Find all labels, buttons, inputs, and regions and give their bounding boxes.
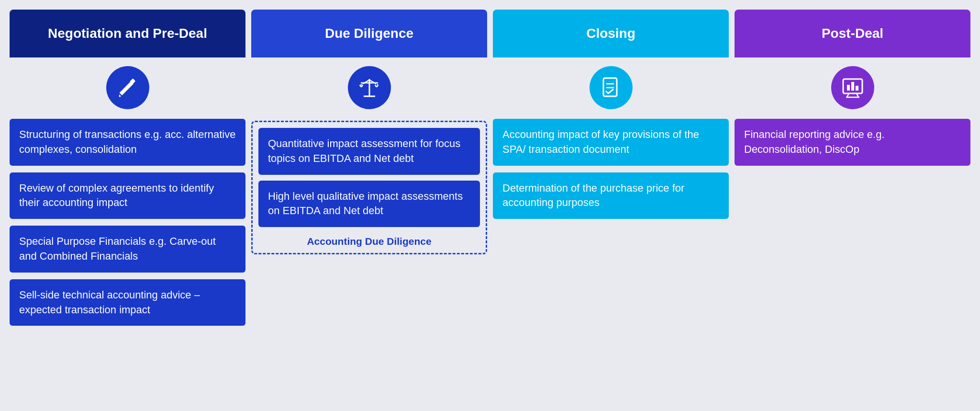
main-layout: Negotiation and Pre-Deal Structuring of … bbox=[0, 0, 980, 411]
column-negotiation: Negotiation and Pre-Deal Structuring of … bbox=[10, 10, 245, 401]
diligence-cards-area: Quantitative impact assessment for focus… bbox=[251, 114, 487, 259]
svg-rect-14 bbox=[851, 82, 854, 91]
negotiation-card-3: Sell-side technical accounting advice – … bbox=[10, 279, 245, 326]
diligence-header: Due Diligence bbox=[251, 10, 487, 57]
svg-point-7 bbox=[360, 84, 362, 86]
negotiation-icon-circle bbox=[106, 66, 149, 109]
postdeal-header: Post-Deal bbox=[735, 10, 970, 57]
postdeal-cards-area: Financial reporting advice e.g. Deconsol… bbox=[735, 114, 970, 171]
column-diligence: Due Diligence Quantitative impact assess… bbox=[251, 10, 487, 401]
closing-card-0: Accounting impact of key provisions of t… bbox=[493, 119, 729, 166]
postdeal-card-0: Financial reporting advice e.g. Deconsol… bbox=[735, 119, 970, 166]
postdeal-icon-circle bbox=[831, 66, 874, 109]
closing-header: Closing bbox=[493, 10, 729, 57]
svg-point-8 bbox=[377, 84, 378, 86]
negotiation-header: Negotiation and Pre-Deal bbox=[10, 10, 245, 57]
negotiation-card-2: Special Purpose Financials e.g. Carve-ou… bbox=[10, 226, 245, 273]
diligence-icon-row bbox=[251, 57, 487, 114]
postdeal-icon-row bbox=[735, 57, 970, 114]
closing-icon-circle bbox=[590, 66, 633, 109]
negotiation-icon-row bbox=[10, 57, 245, 114]
column-postdeal: Post-Deal Financial reporting advice e.g… bbox=[735, 10, 970, 401]
closing-icon-row bbox=[493, 57, 729, 114]
svg-line-1 bbox=[120, 80, 134, 93]
negotiation-card-0: Structuring of transactions e.g. acc. al… bbox=[10, 119, 245, 166]
negotiation-cards-area: Structuring of transactions e.g. acc. al… bbox=[10, 114, 245, 331]
diligence-dashed-card-1: High level qualitative impact assessment… bbox=[258, 181, 480, 228]
negotiation-card-1: Review of complex agreements to identify… bbox=[10, 172, 245, 219]
diligence-dashed-card-0: Quantitative impact assessment for focus… bbox=[258, 128, 480, 175]
svg-rect-13 bbox=[847, 85, 850, 91]
diligence-icon-circle bbox=[348, 66, 391, 109]
diligence-dashed-box: Quantitative impact assessment for focus… bbox=[251, 121, 487, 254]
diligence-dashed-label: Accounting Due Diligence bbox=[258, 233, 480, 247]
svg-rect-15 bbox=[856, 86, 858, 91]
closing-card-1: Determination of the purchase price for … bbox=[493, 172, 729, 219]
column-closing: Closing Accounting impact of key provisi… bbox=[493, 10, 729, 401]
closing-cards-area: Accounting impact of key provisions of t… bbox=[493, 114, 729, 224]
